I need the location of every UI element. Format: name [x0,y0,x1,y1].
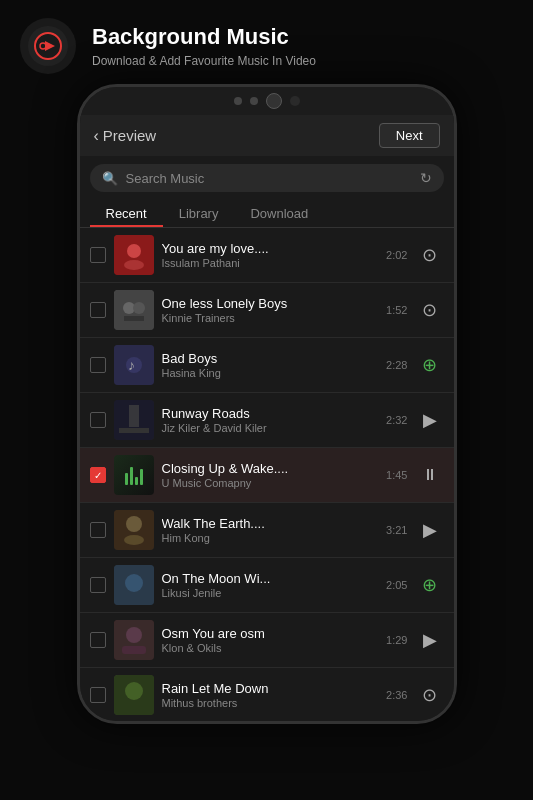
song-thumbnail-6 [114,510,154,550]
song-checkbox-9[interactable] [90,687,106,703]
song-title-8: Osm You are osm [162,626,379,641]
song-duration-4: 2:32 [386,414,407,426]
song-info-5: Closing Up & Wake.... U Music Comapny [162,461,379,489]
header: Background Music Download & Add Favourit… [0,0,533,84]
song-thumbnail-9 [114,675,154,715]
svg-point-22 [126,627,142,643]
svg-point-8 [133,302,145,314]
song-title-9: Rain Let Me Down [162,681,379,696]
phone-screen: ‹ Preview Next 🔍 Search Music ↻ Recent L… [80,115,454,721]
header-text: Background Music Download & Add Favourit… [92,24,513,68]
download-green-icon-7[interactable]: ⊕ [416,571,444,599]
play-icon-8[interactable]: ▶ [416,626,444,654]
tab-download[interactable]: Download [234,200,324,227]
list-item[interactable]: Rain Let Me Down Mithus brothers 2:36 ⊙ [80,668,454,721]
song-title-3: Bad Boys [162,351,379,366]
song-thumbnail-4 [114,400,154,440]
svg-point-4 [127,244,141,258]
song-title-6: Walk The Earth.... [162,516,379,531]
song-artist-4: Jiz Kiler & David Kiler [162,422,379,434]
app-logo [20,18,76,74]
list-item[interactable]: Osm You are osm Klon & Okils 1:29 ▶ [80,613,454,668]
song-duration-8: 1:29 [386,634,407,646]
song-title-5: Closing Up & Wake.... [162,461,379,476]
preview-back[interactable]: ‹ Preview [94,127,157,145]
song-duration-6: 3:21 [386,524,407,536]
svg-point-20 [125,574,143,592]
song-artist-2: Kinnie Trainers [162,312,379,324]
download-icon-9[interactable]: ⊙ [416,681,444,709]
song-artist-5: U Music Comapny [162,477,379,489]
song-info-6: Walk The Earth.... Him Kong [162,516,379,544]
song-artist-9: Mithus brothers [162,697,379,709]
list-item[interactable]: ♪ Bad Boys Hasina King 2:28 ⊕ [80,338,454,393]
download-green-icon-3[interactable]: ⊕ [416,351,444,379]
song-info-9: Rain Let Me Down Mithus brothers [162,681,379,709]
song-duration-5: 1:45 [386,469,407,481]
song-info-7: On The Moon Wi... Likusi Jenile [162,571,379,599]
refresh-icon[interactable]: ↻ [420,170,432,186]
search-icon: 🔍 [102,171,118,186]
song-checkbox-5[interactable] [90,467,106,483]
phone-dot-2 [250,97,258,105]
phone-camera [266,93,282,109]
app-title: Background Music [92,24,513,50]
list-item[interactable]: One less Lonely Boys Kinnie Trainers 1:5… [80,283,454,338]
song-checkbox-6[interactable] [90,522,106,538]
song-checkbox-2[interactable] [90,302,106,318]
back-arrow-icon: ‹ [94,127,99,145]
tabs-bar: Recent Library Download [80,200,454,228]
svg-rect-15 [129,405,139,427]
list-item[interactable]: Closing Up & Wake.... U Music Comapny 1:… [80,448,454,503]
play-icon-6[interactable]: ▶ [416,516,444,544]
svg-text:♪: ♪ [128,357,135,373]
list-item[interactable]: Runway Roads Jiz Kiler & David Kiler 2:3… [80,393,454,448]
song-list: You are my love.... Issulam Pathani 2:02… [80,228,454,721]
phone-top-bar [80,87,454,115]
search-input[interactable]: Search Music [126,171,412,186]
svg-rect-9 [124,316,144,321]
preview-label: Preview [103,127,156,144]
next-button[interactable]: Next [379,123,440,148]
list-item[interactable]: Walk The Earth.... Him Kong 3:21 ▶ [80,503,454,558]
svg-point-18 [124,535,144,545]
song-duration-2: 1:52 [386,304,407,316]
song-thumbnail-7 [114,565,154,605]
phone-dot-1 [234,97,242,105]
preview-bar: ‹ Preview Next [80,115,454,156]
search-bar[interactable]: 🔍 Search Music ↻ [90,164,444,192]
phone-frame: ‹ Preview Next 🔍 Search Music ↻ Recent L… [77,84,457,724]
tab-library[interactable]: Library [163,200,235,227]
song-checkbox-4[interactable] [90,412,106,428]
svg-point-25 [125,682,143,700]
song-duration-9: 2:36 [386,689,407,701]
list-item[interactable]: You are my love.... Issulam Pathani 2:02… [80,228,454,283]
song-thumbnail-8 [114,620,154,660]
download-icon-2[interactable]: ⊙ [416,296,444,324]
song-duration-7: 2:05 [386,579,407,591]
list-item[interactable]: On The Moon Wi... Likusi Jenile 2:05 ⊕ [80,558,454,613]
song-info-1: You are my love.... Issulam Pathani [162,241,379,269]
svg-rect-23 [122,646,146,654]
song-info-2: One less Lonely Boys Kinnie Trainers [162,296,379,324]
song-info-4: Runway Roads Jiz Kiler & David Kiler [162,406,379,434]
song-checkbox-8[interactable] [90,632,106,648]
song-info-3: Bad Boys Hasina King [162,351,379,379]
song-thumbnail-5 [114,455,154,495]
song-artist-1: Issulam Pathani [162,257,379,269]
play-icon-4[interactable]: ▶ [416,406,444,434]
pause-icon-5[interactable]: ⏸ [416,461,444,489]
song-checkbox-3[interactable] [90,357,106,373]
tab-recent[interactable]: Recent [90,200,163,227]
svg-point-17 [126,516,142,532]
song-artist-7: Likusi Jenile [162,587,379,599]
song-title-4: Runway Roads [162,406,379,421]
svg-rect-14 [119,428,149,433]
phone-sensor [290,96,300,106]
song-checkbox-7[interactable] [90,577,106,593]
song-duration-3: 2:28 [386,359,407,371]
song-title-1: You are my love.... [162,241,379,256]
song-checkbox-1[interactable] [90,247,106,263]
song-artist-6: Him Kong [162,532,379,544]
download-icon-1[interactable]: ⊙ [416,241,444,269]
